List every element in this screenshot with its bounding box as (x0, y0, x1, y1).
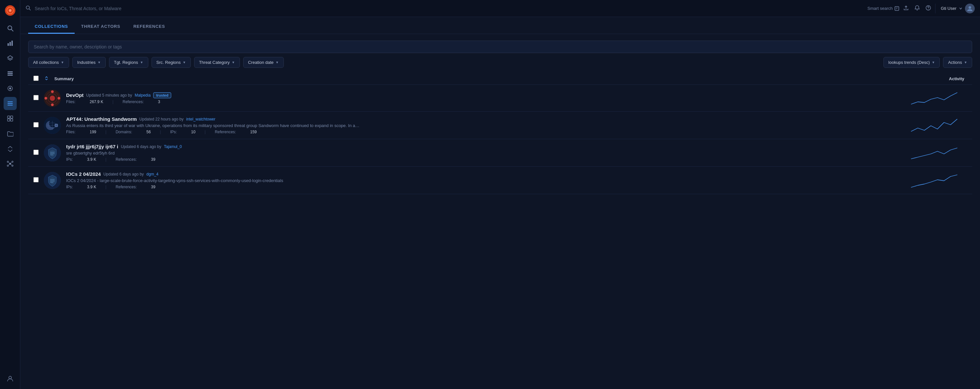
collection-info: tydr jrt6 jjjr6j7jjy ijr67 i Updated 6 d… (66, 144, 908, 162)
collection-activity-chart (908, 89, 967, 107)
collections-nav-icon[interactable] (3, 97, 17, 110)
chart-nav-icon[interactable] (3, 37, 17, 50)
collection-name: DevOpt (66, 92, 83, 98)
layers-nav-icon[interactable] (3, 52, 17, 65)
row-checkbox[interactable] (33, 122, 39, 128)
row-checkbox[interactable] (33, 177, 39, 182)
tab-references[interactable]: REFERENCES (127, 20, 172, 34)
sort-label: lookups trends (Desc) (888, 60, 930, 65)
expand-nav-icon[interactable] (3, 142, 17, 155)
collection-name: IOCs 2 04/2024 (66, 171, 101, 177)
stat-key: IPs: (66, 157, 73, 162)
row-checkbox[interactable] (33, 95, 39, 100)
filters-row: All collections ▼ Industries ▼ Tgt. Regi… (28, 57, 972, 68)
chevron-down-icon: ▼ (140, 61, 143, 64)
collection-stats: IPs: 3.9 K|References: 39 (66, 157, 908, 162)
collection-search-input[interactable] (28, 41, 972, 53)
collection-avatar (44, 144, 61, 161)
collection-title-line: DevOpt Updated 5 minutes ago by Malpedia… (66, 92, 908, 98)
user-section[interactable]: Gti User (935, 3, 975, 13)
sort-button[interactable]: lookups trends (Desc) ▼ (883, 57, 940, 68)
collection-avatar (44, 90, 61, 107)
network-nav-icon[interactable] (3, 157, 17, 170)
stat-value: 3 (158, 100, 161, 104)
src-regions-filter[interactable]: Src. Regions ▼ (151, 57, 191, 68)
svg-rect-14 (8, 116, 10, 118)
src-regions-label: Src. Regions (156, 60, 181, 65)
tab-threat-actors[interactable]: THREAT ACTORS (75, 20, 127, 34)
user-nav-icon[interactable] (3, 372, 17, 385)
collection-updated: Updated 22 hours ago by (140, 117, 184, 121)
threat-category-filter[interactable]: Threat Category ▼ (194, 57, 240, 68)
smart-search-button[interactable]: Smart search (867, 6, 899, 11)
header-checkbox-col (33, 76, 44, 82)
row-checkbox[interactable] (33, 150, 39, 155)
collection-avatar (44, 172, 61, 189)
logo-icon[interactable] (3, 4, 17, 17)
all-collections-label: All collections (33, 60, 59, 65)
svg-line-23 (8, 163, 9, 163)
industries-label: Industries (77, 60, 95, 65)
stat-key: Files: (66, 100, 76, 104)
svg-rect-17 (11, 119, 13, 121)
stat-value: 39 (151, 185, 155, 189)
industries-filter[interactable]: Industries ▼ (72, 57, 106, 68)
tgt-regions-filter[interactable]: Tgt. Regions ▼ (109, 57, 148, 68)
select-all-checkbox[interactable] (33, 76, 39, 81)
search-nav-icon[interactable] (3, 22, 17, 35)
chevron-down-icon: ▼ (61, 61, 64, 64)
upload-button[interactable] (903, 5, 909, 12)
stat-key: References: (116, 185, 137, 189)
collection-stats: Files: 267.9 K|References: 3 (66, 100, 908, 104)
svg-point-13 (9, 88, 11, 89)
sort-arrows-icon[interactable] (44, 76, 54, 82)
svg-point-3 (8, 26, 12, 30)
collection-row[interactable]: IOCs 2 04/2024 Updated 6 days ago by dgm… (28, 167, 972, 194)
collection-info: DevOpt Updated 5 minutes ago by Malpedia… (66, 92, 908, 104)
notifications-button[interactable] (914, 5, 920, 12)
collection-stats: IPs: 3.9 K|References: 39 (66, 185, 908, 189)
folder-nav-icon[interactable] (3, 127, 17, 140)
collection-row[interactable]: tydr jrt6 jjjr6j7jjy ijr67 i Updated 6 d… (28, 139, 972, 167)
global-search-input[interactable] (35, 6, 864, 11)
svg-marker-8 (8, 56, 13, 59)
creation-date-filter[interactable]: Creation date ▼ (243, 57, 284, 68)
row-checkbox-col (33, 150, 44, 156)
collection-title-line: APT44: Unearthing Sandworm Updated 22 ho… (66, 116, 908, 122)
creation-date-label: Creation date (248, 60, 274, 65)
collection-updated: Updated 6 days ago by (121, 144, 161, 149)
svg-line-24 (11, 163, 12, 163)
stat-value: 3.9 K (87, 157, 96, 162)
tab-collections[interactable]: COLLECTIONS (28, 20, 75, 34)
help-button[interactable] (925, 5, 931, 12)
collection-avatar (44, 117, 61, 134)
chevron-down-icon: ▼ (932, 61, 935, 64)
all-collections-filter[interactable]: All collections ▼ (28, 57, 69, 68)
chevron-down-icon: ▼ (964, 61, 967, 64)
main-content: Smart search (20, 0, 980, 389)
chevron-down-icon: ▼ (232, 61, 235, 64)
tgt-regions-label: Tgt. Regions (114, 60, 138, 65)
stat-key: References: (116, 157, 137, 162)
collection-info: APT44: Unearthing Sandworm Updated 22 ho… (66, 116, 908, 134)
collection-row[interactable]: APT44: Unearthing Sandworm Updated 22 ho… (28, 112, 972, 139)
svg-line-25 (8, 164, 9, 165)
list-nav-icon[interactable] (3, 67, 17, 80)
flag-nav-icon[interactable] (3, 82, 17, 95)
svg-point-19 (7, 161, 8, 163)
svg-rect-16 (8, 119, 10, 121)
stat-key: Domains: (116, 130, 132, 134)
content-area: All collections ▼ Industries ▼ Tgt. Regi… (20, 34, 980, 389)
collection-info: IOCs 2 04/2024 Updated 6 days ago by dgm… (66, 171, 908, 189)
actions-button[interactable]: Actions ▼ (943, 57, 972, 68)
collection-author: intel_watchtower (186, 117, 215, 121)
stat-key: Files: (66, 130, 76, 134)
svg-line-29 (29, 9, 30, 10)
svg-point-20 (12, 161, 13, 163)
grid-nav-icon[interactable] (3, 112, 17, 125)
stat-key: IPs: (66, 185, 73, 189)
collection-title-line: tydr jrt6 jjjr6j7jjy ijr67 i Updated 6 d… (66, 144, 908, 149)
stat-value: 3.9 K (87, 185, 96, 189)
collection-row[interactable]: DevOpt Updated 5 minutes ago by Malpedia… (28, 85, 972, 112)
sidebar (0, 0, 20, 389)
